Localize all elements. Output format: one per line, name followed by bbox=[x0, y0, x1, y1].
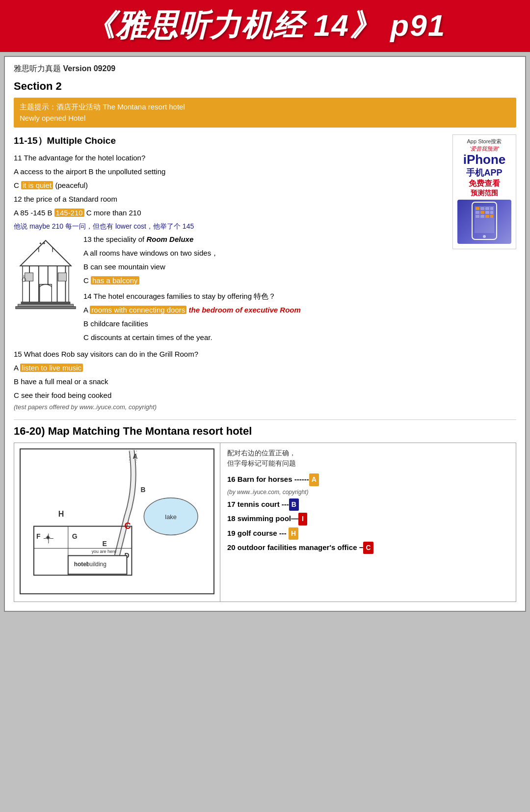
q14-question: 14 The hotel encourages families to stay… bbox=[83, 290, 448, 302]
q15-optionB: B have a full meal or a snack bbox=[14, 376, 448, 388]
version-title: 雅思听力真题 Version 09209 bbox=[14, 64, 516, 74]
svg-text:B: B bbox=[140, 486, 145, 494]
map-container: lake H F ✦ G E you are here bbox=[14, 443, 516, 602]
svg-rect-25 bbox=[485, 207, 489, 210]
topic-box: 主题提示：酒店开业活动 The Montana resort hotel New… bbox=[14, 98, 516, 128]
q15-question: 15 What does Rob say visitors can do in … bbox=[14, 348, 448, 360]
q16-answer: A bbox=[309, 473, 319, 486]
q14-optionA: A rooms with connecting doors the bedroo… bbox=[83, 304, 448, 316]
q11-answer-highlight: it is quiet bbox=[21, 181, 53, 189]
q13-answer-highlight: has a balcony bbox=[91, 276, 139, 285]
version-number: Version 09209 bbox=[63, 64, 115, 73]
svg-rect-29 bbox=[476, 215, 479, 218]
q11-question: 11 The advantage for the hotel location? bbox=[14, 152, 448, 164]
svg-rect-31 bbox=[485, 215, 489, 218]
map-section-header: 16-20) Map Matching The Montana resort h… bbox=[14, 425, 516, 438]
map-q19: 19 golf course --- H bbox=[227, 526, 509, 540]
q16-copyright: (by www..iyuce.com, copyright) bbox=[227, 487, 509, 498]
mc-header: 11-15）Multiple Choice bbox=[14, 134, 448, 147]
svg-rect-28 bbox=[485, 211, 489, 214]
q15-optionA: A listen to live music bbox=[14, 362, 448, 374]
q13-question: 13 the speciality of Room Deluxe bbox=[83, 234, 448, 245]
svg-rect-24 bbox=[480, 207, 484, 210]
svg-text:you are here: you are here bbox=[92, 550, 116, 554]
svg-point-35 bbox=[483, 235, 486, 238]
svg-text:E: E bbox=[103, 540, 107, 548]
mc-copyright: (test papers offered by www..iyuce.com, … bbox=[14, 403, 448, 411]
svg-text:building: building bbox=[86, 561, 106, 568]
svg-rect-20 bbox=[16, 307, 76, 309]
q13-block: ✦ ✦ bbox=[14, 234, 448, 345]
q14-optionB: B childcare facilities bbox=[83, 318, 448, 330]
svg-text:✦: ✦ bbox=[39, 241, 42, 246]
svg-text:C: C bbox=[124, 521, 131, 531]
svg-rect-19 bbox=[18, 304, 74, 307]
map-q20: 20 outdoor facilities manager's office −… bbox=[227, 541, 509, 554]
svg-rect-22 bbox=[475, 206, 494, 233]
svg-rect-16 bbox=[21, 302, 70, 305]
page-header: 《雅思听力机经 14》 p91 bbox=[0, 0, 530, 52]
map-intro: 配对右边的位置正确， 但字母标记可能有问题 bbox=[227, 448, 509, 469]
svg-text:H: H bbox=[58, 510, 64, 518]
app-promo: App Store搜索 '爱普我预测' iPhone 手机APP 免费查看 预测… bbox=[452, 134, 516, 249]
map-q16: 16 Barn for horses ------A bbox=[227, 472, 509, 486]
q12-chinese-note: 他说 maybe 210 每一问，但也有 lower cost，他举了个 145 bbox=[14, 221, 448, 232]
map-q18: 18 swimming pool—I bbox=[227, 512, 509, 525]
svg-rect-33 bbox=[490, 211, 493, 214]
q13-options: 13 the speciality of Room Deluxe A all r… bbox=[83, 234, 448, 345]
q11-optionA: A access to the airport B the unpolluted… bbox=[14, 166, 448, 178]
q15-answer-highlight: listen to live music bbox=[20, 364, 83, 372]
svg-text:G: G bbox=[72, 532, 78, 540]
q12-answer-highlight: 145-210 bbox=[54, 209, 84, 217]
map-svg: lake H F ✦ G E you are here bbox=[19, 448, 215, 595]
q12-question: 12 the price of a Standard room bbox=[14, 193, 448, 205]
section-divider bbox=[14, 419, 516, 420]
svg-line-2 bbox=[36, 248, 39, 250]
svg-text:✦: ✦ bbox=[45, 533, 51, 542]
app-screenshot bbox=[457, 200, 511, 244]
svg-rect-27 bbox=[480, 211, 484, 214]
q14-answer-highlight: rooms with connecting doors bbox=[90, 306, 186, 314]
svg-rect-13 bbox=[40, 285, 52, 303]
map-right: 配对右边的位置正确， 但字母标记可能有问题 16 Barn for horses… bbox=[220, 443, 516, 601]
questions-main: 11-15）Multiple Choice 11 The advantage f… bbox=[14, 134, 448, 415]
svg-rect-23 bbox=[476, 207, 479, 210]
main-content: 雅思听力真题 Version 09209 Section 2 主题提示：酒店开业… bbox=[4, 56, 526, 612]
mc-block: 11-15）Multiple Choice 11 The advantage f… bbox=[14, 134, 516, 415]
building-sketch: ✦ ✦ bbox=[14, 234, 78, 345]
svg-rect-30 bbox=[480, 215, 484, 218]
svg-rect-34 bbox=[490, 215, 493, 218]
q13-optionB: B can see mountain view bbox=[83, 261, 448, 273]
map-left: lake H F ✦ G E you are here bbox=[14, 443, 220, 601]
svg-text:✦: ✦ bbox=[42, 240, 46, 246]
svg-rect-15 bbox=[58, 273, 66, 281]
svg-rect-32 bbox=[490, 207, 493, 210]
svg-rect-26 bbox=[476, 211, 479, 214]
svg-text:lake: lake bbox=[165, 513, 177, 521]
q13-optionC: C has a balcony bbox=[83, 275, 448, 287]
q15-optionC: C see their food being cooked bbox=[14, 390, 448, 401]
q18-answer: I bbox=[298, 513, 307, 525]
svg-text:F: F bbox=[36, 532, 41, 540]
q17-answer: B bbox=[289, 498, 299, 511]
q13-optionA: A all rooms have windows on two sides， bbox=[83, 247, 448, 259]
q19-answer: H bbox=[289, 527, 298, 540]
q14-optionC: C discounts at certain times of the year… bbox=[83, 332, 448, 343]
section-title: Section 2 bbox=[14, 80, 516, 93]
q14-italic-note: the bedroom of executive Room bbox=[188, 306, 300, 314]
map-q17: 17 tennis court ---B bbox=[227, 498, 509, 511]
q11-optionC: C it is quiet (peaceful) bbox=[14, 180, 448, 191]
q12-options: A 85 -145 B 145-210 C more than 210 bbox=[14, 207, 448, 219]
svg-text:A: A bbox=[132, 452, 137, 460]
main-title: 《雅思听力机经 14》 p91 bbox=[10, 5, 520, 46]
q20-answer: C bbox=[363, 542, 373, 554]
svg-rect-14 bbox=[25, 273, 33, 281]
